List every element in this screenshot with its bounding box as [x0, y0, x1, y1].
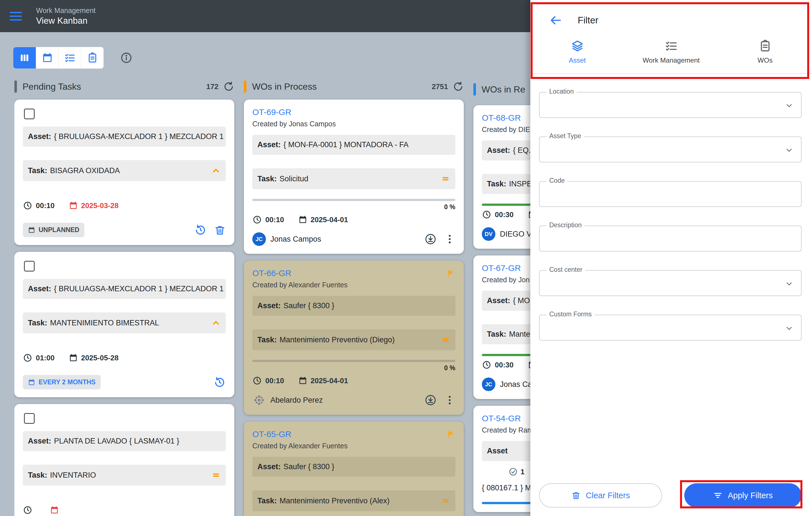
history-button[interactable] [213, 376, 226, 389]
cost-center-label: Cost center [546, 266, 585, 274]
calendar-view-button[interactable] [36, 47, 58, 68]
task-label: Task: [257, 175, 277, 183]
calendar-icon [50, 506, 59, 515]
checklist-icon [64, 52, 76, 63]
page-title: View Kanban [36, 16, 95, 26]
breadcrumb: Work Management View Kanban [36, 6, 95, 26]
info-button[interactable] [120, 52, 133, 64]
card-meta [23, 505, 226, 515]
schedule-chip: UNPLANNED [23, 223, 84, 237]
asset-type-select[interactable]: Asset Type [539, 137, 802, 163]
download-button[interactable] [424, 394, 437, 406]
date-value: 2025-04-01 [311, 216, 348, 224]
menu-icon[interactable] [9, 9, 25, 23]
checklist-view-button[interactable] [58, 47, 81, 68]
tab-wos-label: WOs [758, 56, 773, 64]
card-checkbox[interactable] [24, 261, 35, 271]
history-button[interactable] [194, 224, 207, 236]
task-label: Task: [28, 166, 47, 175]
filter-panel-header: Filter [549, 12, 812, 29]
task-label: Task: [487, 330, 506, 339]
description-input[interactable]: Description [539, 226, 802, 252]
workorder-link[interactable]: OT-54-GR [482, 414, 521, 423]
priority-high-icon [211, 318, 221, 328]
schedule-chip-label: UNPLANNED [39, 226, 79, 234]
asset-row: Asset: Saufer { 8300 } [252, 296, 455, 316]
due-date-value: 2025-03-28 [81, 201, 119, 210]
card-footer: JC Jonas Campos [252, 232, 455, 246]
asset-value: Saufer { 8300 } [284, 302, 335, 310]
duration-value: 00:10 [265, 376, 284, 385]
column-pending-tasks: Pending Tasks 172 Asset: { BRULUAGSA-MEX… [14, 80, 234, 516]
asset-label: Asset: [257, 140, 281, 149]
custom-forms-select[interactable]: Custom Forms [539, 315, 802, 341]
more-options-button[interactable] [444, 395, 455, 406]
card-checkbox[interactable] [24, 109, 35, 119]
task-value: MANTENIMIENTO BIMESTRAL [50, 319, 159, 327]
cost-center-select[interactable]: Cost center [539, 270, 802, 296]
delete-button[interactable] [214, 224, 226, 236]
task-card[interactable]: Asset: PLANTA DE LAVADO { LASMAY-01 } Ta… [14, 404, 234, 516]
asset-label: Asset: [257, 302, 281, 310]
task-value: Solicitud [280, 175, 309, 183]
asset-row: Asset: Saufer { 8300 } [252, 457, 455, 477]
workorder-card[interactable]: OT-65-GR Created by Alexander Fuentes As… [244, 422, 464, 516]
tab-asset[interactable]: Asset [530, 39, 624, 64]
schedule-chip-label: EVERY 2 MONTHS [39, 378, 95, 386]
filter-list-icon [713, 491, 723, 500]
workorder-link[interactable]: OT-67-GR [482, 263, 521, 273]
kanban-view-button[interactable] [13, 47, 36, 68]
assignee-name: Abelardo Perez [270, 396, 323, 405]
task-card[interactable]: Asset: { BRULUAGSA-MEXCLADOR 1 } MEZCLAD… [14, 99, 234, 245]
task-card[interactable]: Asset: { BRULUAGSA-MEXCLADOR 1 } MEZCLAD… [14, 252, 234, 397]
filter-form: Location Asset Type Code Description Cos… [530, 74, 812, 341]
refresh-icon[interactable] [223, 81, 234, 92]
card-checkbox[interactable] [24, 413, 35, 424]
workorder-link[interactable]: OT-69-GR [252, 108, 291, 117]
chevron-down-icon [784, 323, 794, 333]
checklist-icon [665, 39, 678, 53]
app-screen: Work Management View Kanban [0, 0, 812, 516]
filter-actions: Clear Filters Apply Filters [539, 483, 802, 508]
tab-work-management[interactable]: Work Management [624, 39, 718, 64]
workorder-link[interactable]: OT-68-GR [482, 113, 521, 123]
filter-panel: Filter Asset Work Management WOs Locatio… [530, 0, 812, 516]
task-row: Task: MANTENIMIENTO BIMESTRAL [23, 312, 226, 333]
workorder-card[interactable]: OT-69-GR Created by Jonas Campos Asset: … [244, 99, 464, 254]
card-meta: 01:00 2025-05-28 [23, 353, 226, 363]
card-footer: EVERY 2 MONTHS [23, 375, 226, 390]
more-options-button[interactable] [444, 233, 455, 245]
code-input[interactable]: Code [539, 181, 802, 207]
back-button[interactable] [549, 14, 562, 27]
column-wos-in-process: WOs in Process 2751 OT-69-GR Created by … [244, 80, 464, 516]
task-label: Task: [28, 319, 47, 327]
workorders-view-button[interactable] [81, 47, 104, 68]
calendar-icon [298, 215, 307, 224]
apply-filters-button[interactable]: Apply Filters [684, 483, 802, 508]
task-label: Task: [487, 180, 506, 188]
clear-filters-button[interactable]: Clear Filters [539, 483, 662, 508]
flag-icon [446, 268, 455, 278]
card-meta: 00:10 2025-04-01 [252, 215, 455, 225]
chevron-down-icon [784, 279, 794, 289]
assignee-name: Jonas Ca [500, 380, 532, 389]
tab-wos[interactable]: WOs [718, 39, 812, 64]
card-meta: 00:10 2025-04-01 [252, 376, 455, 385]
created-by: Created by Jonas Campos [252, 120, 455, 128]
asset-value: { MON-FA-0001 } MONTADORA - FA [284, 140, 409, 149]
workorder-card[interactable]: OT-66-GR Created by Alexander Fuentes As… [244, 261, 464, 415]
clock-icon [23, 201, 32, 210]
task-value: Mantenimiento Preventivo (Alex) [280, 496, 390, 505]
column-cards: OT-69-GR Created by Jonas Campos Asset: … [244, 99, 464, 516]
workorder-link[interactable]: OT-66-GR [252, 268, 291, 278]
created-by: Created by Alexander Fuentes [252, 281, 455, 289]
download-button[interactable] [424, 233, 437, 245]
workorder-link[interactable]: OT-65-GR [252, 429, 291, 439]
location-select[interactable]: Location [539, 92, 802, 118]
due-date-value: 2025-05-28 [81, 353, 119, 362]
task-row: Task: Mantenimiento Preventivo (Diego) [252, 329, 455, 350]
calendar-icon [69, 353, 78, 362]
asset-label: Asset: [28, 437, 51, 446]
refresh-icon[interactable] [453, 81, 464, 92]
task-row: Task: INVENTARIO [23, 465, 226, 486]
